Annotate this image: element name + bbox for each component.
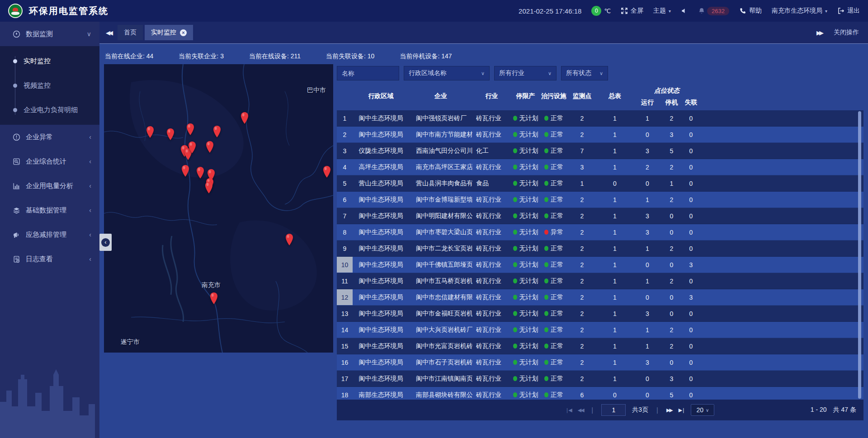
speaker-icon [681,7,688,14]
table-row[interactable]: 16阆中生态环境局阆中市石子页岩机砖厂砖瓦行业无计划正常21300 [337,354,863,371]
bullet-dot-icon [13,59,17,63]
table-row[interactable]: 9阆中生态环境局阆中市二龙长宝页岩砖砖瓦行业无计划正常21120 [337,240,863,257]
tab-close-icon[interactable]: × [180,29,187,36]
table-cell: 阆中生态环境局 [353,371,409,386]
bullet-dot-icon [13,84,17,88]
map-marker-pin-icon[interactable] [209,292,218,304]
map-marker-pin-icon[interactable] [188,141,197,153]
table-cell: 3 [681,257,701,273]
table-cell: 无计划 [511,224,540,240]
table-body: 1阆中生态环境局阆中强锐页岩砖厂砖瓦行业无计划正常211202阆中生态环境局阆中… [337,110,863,400]
column-header: 监测点 [567,82,597,110]
sidebar-item-6[interactable]: 日志查看‹ [0,247,99,271]
map-marker-pin-icon[interactable] [240,111,249,124]
table-cell: 阆中生态环境局 [353,110,409,126]
tab-0[interactable]: 首页 [118,25,143,40]
table-cell: 阆中市二龙长宝页岩砖 [409,240,472,256]
map-marker-pin-icon[interactable] [204,181,213,193]
table-row[interactable]: 7阆中生态环境局阆中明阳建材有限公司砖瓦行业无计划正常21300 [337,208,863,224]
table-row[interactable]: 5营山生态环境局营山县润丰肉食品有限食品无计划正常10010 [337,175,863,192]
map-marker-pin-icon[interactable] [322,165,331,178]
table-cell: 化工 [472,143,511,159]
sidebar-item-2[interactable]: 企业综合统计‹ [0,149,99,174]
table-cell: 0 [633,175,662,191]
table-cell: 无计划 [511,127,540,142]
table-cell: 3 [633,208,662,224]
industry-select[interactable]: 所有行业∨ [494,66,557,80]
table-row[interactable]: 1阆中生态环境局阆中强锐页岩砖厂砖瓦行业无计划正常21120 [337,110,863,127]
table-row[interactable]: 11阆中生态环境局阆中市五马桥页岩机砖砖瓦行业无计划正常21120 [337,273,863,289]
sidebar-item-0[interactable]: 数据监测∨ [0,22,99,46]
sidebar-item-5[interactable]: 应急减排管理‹ [0,222,99,247]
map-marker-pin-icon[interactable] [196,166,205,179]
sidebar: 数据监测∨实时监控视频监控企业电力负荷明细企业异常‹企业综合统计‹企业用电量分析… [0,22,99,438]
sidebar-subitem[interactable]: 企业电力负荷明细 [0,98,99,122]
map-marker-pin-icon[interactable] [186,122,195,135]
map-marker-pin-icon[interactable] [181,164,190,177]
table-row[interactable]: 2阆中生态环境局阆中市南方节能建材有砖瓦行业无计划正常21030 [337,127,863,143]
region-select[interactable]: 行政区域名称∨ [404,66,490,80]
table-cell: 18 [337,387,353,400]
table-cell: 阆中市江南镇阆南页岩 [409,371,472,386]
sidebar-item-3[interactable]: 企业用电量分析‹ [0,174,99,198]
table-row[interactable]: 4高坪生态环境局南充市高坪区王家店建砖瓦行业无计划正常31220 [337,159,863,175]
name-search-input[interactable] [337,66,399,80]
table-row[interactable]: 14阆中生态环境局阆中大兴页岩机砖厂砖瓦行业无计划正常21120 [337,322,863,338]
table-row[interactable]: 6阆中生态环境局阆中市金博瑞新型墙材砖瓦行业无计划正常21120 [337,192,863,208]
table-row[interactable]: 13阆中生态环境局阆中市金福旺页岩机砖砖瓦行业无计划正常21300 [337,306,863,322]
table-cell: 1 [597,208,633,224]
sidebar-item-1[interactable]: 企业异常‹ [0,125,99,149]
map-panel[interactable]: 巴中市南充市遂宁市 [104,64,333,353]
map-marker-pin-icon[interactable] [285,233,294,245]
page-number-input[interactable] [601,404,626,416]
sidebar-submenu: 实时监控视频监控企业电力负荷明细 [0,46,99,125]
sidebar-item-4[interactable]: 基础数据管理‹ [0,198,99,222]
chevron-down-icon: ∨ [87,30,91,38]
table-cell: 0 [681,322,701,338]
map-marker-pin-icon[interactable] [146,125,155,138]
table-row[interactable]: 18南部生态环境局南部县砌块砖有限公砖瓦行业无计划正常60050 [337,387,863,400]
table-row[interactable]: 17阆中生态环境局阆中市江南镇阆南页岩砖瓦行业无计划正常21030 [337,371,863,387]
theme-dropdown[interactable]: 主题▾ [653,7,671,15]
status-dot-icon [513,311,517,316]
table-row[interactable]: 15阆中生态环境局阆中市光富页岩机砖厂砖瓦行业无计划正常21120 [337,338,863,354]
table-row[interactable]: 3仪陇生态环境局西南油气田分公司川中化工无计划正常71350 [337,143,863,159]
table-cell: 1 [597,289,633,305]
table-cell: 砖瓦行业 [472,159,511,175]
close-operations-button[interactable]: 关闭操作 [834,28,859,37]
page-size-select[interactable]: 20∨ [691,404,714,416]
map-marker-pin-icon[interactable] [205,140,214,153]
table-cell: 砖瓦行业 [472,273,511,289]
org-dropdown[interactable]: 南充市生态环境局▾ [772,7,827,15]
fullscreen-button[interactable]: 全屏 [621,7,643,15]
map-marker-pin-icon[interactable] [212,125,222,137]
sidebar-collapse-handle[interactable]: ‹ [99,234,112,251]
next-page-button[interactable]: ▶▶ [666,407,672,413]
table-cell: 1 [633,273,662,289]
sidebar-subitem[interactable]: 视频监控 [0,73,99,98]
table-cell: 南部生态环境局 [353,387,409,400]
logout-button[interactable]: 退出 [837,7,860,15]
notifications-button[interactable]: 2632 [698,7,729,15]
map-marker-pin-icon[interactable] [166,127,175,140]
prev-page-button[interactable]: ◀◀ [578,407,584,413]
sidebar-item-label: 应急减排管理 [26,231,66,239]
last-page-button[interactable]: ▶❘ [679,407,685,413]
tab-1[interactable]: 实时监控× [145,25,193,40]
top-header: 环保用电监管系统 2021-02-25 17:46:18 0 ℃ 全屏 主题▾ … [0,0,868,22]
help-button[interactable]: 帮助 [739,7,762,15]
first-page-button[interactable]: ❘◀ [565,407,571,413]
table-row[interactable]: 12阆中生态环境局阆中市忠信建材有限公砖瓦行业无计划正常21003 [337,289,863,306]
tabs-scroll-right-icon[interactable]: ▶▶ [816,29,822,36]
status-select[interactable]: 所有状态∨ [561,66,608,80]
sidebar-subitem[interactable]: 实时监控 [0,49,99,73]
chevron-left-icon: ‹ [89,182,91,189]
status-dot-icon [513,392,517,397]
table-scrollbar-thumb[interactable] [858,111,861,399]
table-cell: 3 [633,224,662,240]
table-row[interactable]: 10阆中生态环境局阆中千佛镇五郎垭页岩砖瓦行业无计划正常21003 [337,257,863,273]
tabs-scroll-left-icon[interactable]: ◀◀ [106,29,111,36]
mute-button[interactable] [681,7,688,14]
table-cell: 南充市高坪区王家店建 [409,159,472,175]
table-row[interactable]: 8阆中生态环境局阆中市枣碧大梁山页岩砖瓦行业无计划异常21300 [337,224,863,240]
